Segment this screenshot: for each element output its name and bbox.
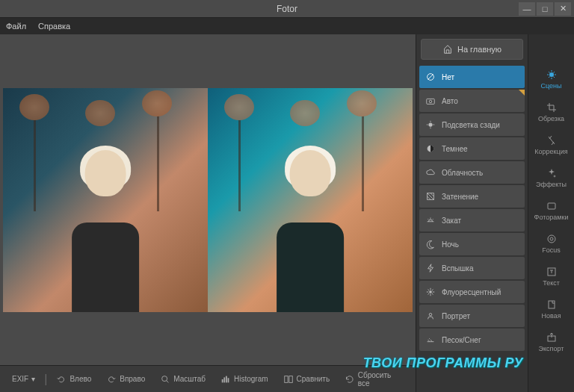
svg-point-17 xyxy=(548,235,555,243)
flash-icon xyxy=(425,263,436,273)
tool-crop[interactable]: Обрезка xyxy=(528,96,574,128)
scene-item-darken[interactable]: Темнее xyxy=(419,137,525,160)
frames-icon xyxy=(546,200,558,212)
svg-rect-3 xyxy=(226,376,227,382)
effects-icon xyxy=(546,167,558,179)
svg-rect-1 xyxy=(222,379,223,382)
scene-label: Закат xyxy=(442,217,461,225)
svg-rect-4 xyxy=(228,378,229,382)
scene-item-sunset[interactable]: Закат xyxy=(419,209,525,231)
cloud-icon xyxy=(425,167,436,178)
maximize-button[interactable]: □ xyxy=(537,2,553,16)
scene-label: Подсветка сзади xyxy=(442,121,500,129)
svg-point-15 xyxy=(549,72,554,77)
tool-label: Коррекция xyxy=(534,148,567,155)
scene-label: Флуоресцентный xyxy=(442,288,501,296)
rotate-right-button[interactable]: Вправо xyxy=(100,371,151,388)
scene-item-camera[interactable]: Авто xyxy=(419,90,525,112)
scene-label: Песок/Снег xyxy=(442,336,481,344)
tool-effects[interactable]: Эффекты xyxy=(528,161,574,194)
scene-item-sand[interactable]: Песок/Снег xyxy=(419,329,525,351)
titlebar: Fotor — □ ✕ xyxy=(0,0,574,18)
svg-point-0 xyxy=(162,376,167,381)
svg-rect-2 xyxy=(223,377,225,382)
scene-label: Нет xyxy=(442,73,454,81)
backlight-icon xyxy=(425,119,436,130)
home-button[interactable]: На главную xyxy=(421,39,523,60)
histogram-button[interactable]: Histogram xyxy=(215,371,274,388)
rotate-left-button[interactable]: Влево xyxy=(50,371,97,388)
tool-label: Новая xyxy=(541,312,561,320)
app-title: Fotor xyxy=(277,4,297,14)
tool-label: Экспорт xyxy=(539,345,564,352)
svg-rect-6 xyxy=(288,376,291,382)
menubar: Файл Справка xyxy=(0,18,574,34)
window-controls: — □ ✕ xyxy=(519,2,571,16)
svg-point-10 xyxy=(428,122,432,126)
scene-item-backlight[interactable]: Подсветка сзади xyxy=(419,113,525,136)
new-icon xyxy=(546,299,558,311)
sunset-icon xyxy=(425,215,436,225)
scene-item-cloud[interactable]: Облачность xyxy=(419,161,525,184)
home-icon xyxy=(442,44,453,55)
photo-compare xyxy=(3,88,413,312)
tool-frames[interactable]: Фоторамки xyxy=(528,194,574,227)
svg-rect-8 xyxy=(427,99,435,104)
compare-button[interactable]: Сравнить xyxy=(277,371,336,388)
scene-label: Темнее xyxy=(442,145,468,153)
tool-export[interactable]: Экспорт xyxy=(528,326,574,358)
menu-help[interactable]: Справка xyxy=(38,22,70,31)
scene-item-night[interactable]: Ночь xyxy=(419,233,525,255)
scene-label: Облачность xyxy=(442,169,483,177)
fluorescent-icon xyxy=(425,287,436,297)
close-button[interactable]: ✕ xyxy=(555,2,571,16)
svg-rect-5 xyxy=(284,376,287,382)
svg-rect-16 xyxy=(548,203,555,209)
minimize-button[interactable]: — xyxy=(519,2,535,16)
svg-point-9 xyxy=(429,100,432,103)
crop-icon xyxy=(546,102,558,113)
svg-point-18 xyxy=(550,237,553,240)
bottom-toolbar: EXIF ▾ | Влево Вправо Масштаб Histogram … xyxy=(0,365,416,392)
tool-new[interactable]: Новая xyxy=(528,293,574,326)
scene-label: Вспышка xyxy=(442,264,473,273)
sand-icon xyxy=(425,335,436,345)
none-icon xyxy=(425,72,436,82)
tools-sidebar: СценыОбрезкаКоррекцияЭффектыФоторамкиFoc… xyxy=(528,34,574,392)
scene-label: Ночь xyxy=(442,240,459,249)
darken-icon xyxy=(425,143,436,154)
export-icon xyxy=(546,332,558,343)
svg-point-13 xyxy=(429,290,432,293)
scene-item-none[interactable]: Нет xyxy=(419,66,525,88)
tool-label: Обрезка xyxy=(538,115,564,122)
focus-icon xyxy=(546,233,558,245)
canvas-area: EXIF ▾ | Влево Вправо Масштаб Histogram … xyxy=(0,34,416,392)
tool-label: Сцены xyxy=(541,82,562,90)
night-icon xyxy=(425,239,436,249)
scene-item-shade[interactable]: Затенение xyxy=(419,185,525,208)
svg-rect-20 xyxy=(549,301,555,308)
photo-edited xyxy=(208,88,413,312)
exif-button[interactable]: EXIF ▾ xyxy=(6,372,41,386)
scene-label: Портрет xyxy=(442,312,470,320)
scenes-panel: На главную НетАвтоПодсветка сзадиТемнееО… xyxy=(416,34,528,392)
scenes-icon xyxy=(546,69,558,81)
tool-adjust[interactable]: Коррекция xyxy=(528,128,574,161)
tool-label: Фоторамки xyxy=(534,214,569,221)
zoom-button[interactable]: Масштаб xyxy=(154,371,212,388)
scene-item-fluorescent[interactable]: Флуоресцентный xyxy=(419,281,525,303)
tool-focus[interactable]: Focus xyxy=(528,227,574,260)
scene-label: Затенение xyxy=(442,193,478,201)
tool-label: Focus xyxy=(542,246,561,254)
camera-icon xyxy=(425,96,436,106)
tool-scenes[interactable]: Сцены xyxy=(528,63,574,96)
scene-item-flash[interactable]: Вспышка xyxy=(419,257,525,279)
portrait-icon xyxy=(425,311,436,321)
tool-label: Эффекты xyxy=(536,181,567,188)
svg-point-14 xyxy=(429,314,432,317)
tool-text[interactable]: Текст xyxy=(528,260,574,293)
reset-button[interactable]: Сбросить все xyxy=(339,368,410,391)
menu-file[interactable]: Файл xyxy=(6,22,26,31)
shade-icon xyxy=(425,191,436,202)
scene-item-portrait[interactable]: Портрет xyxy=(419,305,525,327)
